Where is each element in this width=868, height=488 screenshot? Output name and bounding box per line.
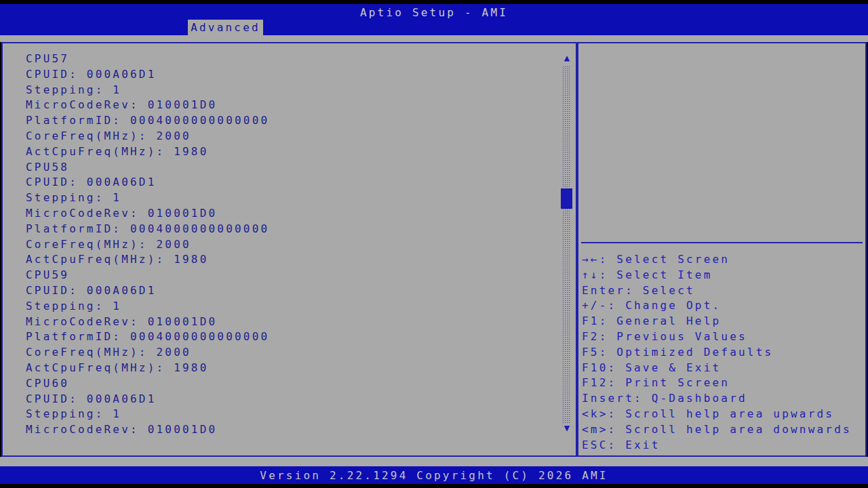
help-key-line: Insert: Q-Dashboard (582, 391, 864, 407)
help-panel: →←: Select Screen↑↓: Select ItemEnter: S… (577, 42, 867, 457)
help-key-line: Enter: Select (582, 283, 864, 299)
help-key-line: F1: General Help (582, 314, 864, 329)
cpu-info-line: CoreFreq(MHz): 2000 (26, 129, 555, 144)
cpu-info-line: PlatformID: 0004000000000000 (26, 222, 555, 237)
cpu-info-line: CoreFreq(MHz): 2000 (26, 237, 555, 253)
help-key-line: ↑↓: Select Item (582, 268, 864, 283)
footer-bar: Version 2.22.1294 Copyright (C) 2026 AMI (0, 466, 868, 484)
cpu-info-line: CPUID: 000A06D1 (26, 283, 555, 299)
up-arrow-icon[interactable]: ▲ (560, 53, 574, 62)
scrollbar-track[interactable] (562, 66, 571, 424)
bios-setup-screen: Aptio Setup - AMI Advanced CPU57CPUID: 0… (0, 0, 868, 488)
cpu-info-line: PlatformID: 0004000000000000 (26, 329, 555, 345)
cpu-info-panel: CPU57CPUID: 000A06D1Stepping: 1MicroCode… (1, 42, 577, 457)
help-key-line: F10: Save & Exit (582, 361, 864, 376)
cpu-info-list: CPU57CPUID: 000A06D1Stepping: 1MicroCode… (3, 43, 576, 438)
help-key-line: F12: Print Screen (582, 375, 864, 391)
cpu-info-line: CPUID: 000A06D1 (26, 67, 555, 83)
cpu-info-line: Stepping: 1 (26, 190, 555, 206)
cpu-info-line: MicroCodeRev: 010001D0 (26, 98, 555, 113)
cpu-info-line: PlatformID: 0004000000000000 (26, 113, 555, 129)
cpu-info-line: CPUID: 000A06D1 (26, 392, 555, 407)
cpu-info-line: CPU58 (26, 160, 555, 176)
page-title: Aptio Setup - AMI (0, 6, 868, 19)
cpu-info-line: MicroCodeRev: 010001D0 (26, 314, 555, 330)
tab-advanced[interactable]: Advanced (188, 20, 263, 35)
help-key-line: F2: Previous Values (582, 329, 864, 345)
footer-strip (0, 457, 868, 466)
help-key-line: +/-: Change Opt. (582, 298, 864, 314)
help-key-line: <k>: Scroll help area upwards (582, 407, 864, 422)
version-text: Version 2.22.1294 Copyright (C) 2026 AMI (0, 469, 868, 482)
cpu-info-line: ActCpuFreq(MHz): 1980 (26, 144, 555, 160)
item-help-area (578, 43, 865, 242)
cpu-info-line: ActCpuFreq(MHz): 1980 (26, 361, 555, 376)
cpu-info-line: MicroCodeRev: 010001D0 (26, 206, 555, 222)
down-arrow-icon[interactable]: ▼ (560, 423, 574, 432)
key-legend-list: →←: Select Screen↑↓: Select ItemEnter: S… (578, 243, 865, 455)
cpu-info-line: CPU59 (26, 268, 555, 283)
menu-strip (0, 35, 868, 42)
cpu-info-line: CPU60 (26, 376, 555, 392)
cpu-info-line: Stepping: 1 (26, 407, 555, 422)
help-key-line: F5: Optimized Defaults (582, 345, 864, 361)
cpu-info-line: CoreFreq(MHz): 2000 (26, 345, 555, 361)
header-bar: Aptio Setup - AMI (0, 4, 868, 35)
cpu-info-line: ActCpuFreq(MHz): 1980 (26, 252, 555, 268)
help-key-line: →←: Select Screen (582, 252, 864, 268)
help-key-line: <m>: Scroll help area downwards (582, 422, 864, 438)
help-key-line: ESC: Exit (582, 438, 864, 453)
cpu-info-line: Stepping: 1 (26, 299, 555, 314)
scrollbar-thumb[interactable] (561, 188, 572, 209)
cpu-info-line: CPUID: 000A06D1 (26, 175, 555, 190)
cpu-info-line: MicroCodeRev: 010001D0 (26, 422, 555, 438)
cpu-info-line: Stepping: 1 (26, 83, 555, 98)
cpu-info-line: CPU57 (26, 52, 555, 67)
